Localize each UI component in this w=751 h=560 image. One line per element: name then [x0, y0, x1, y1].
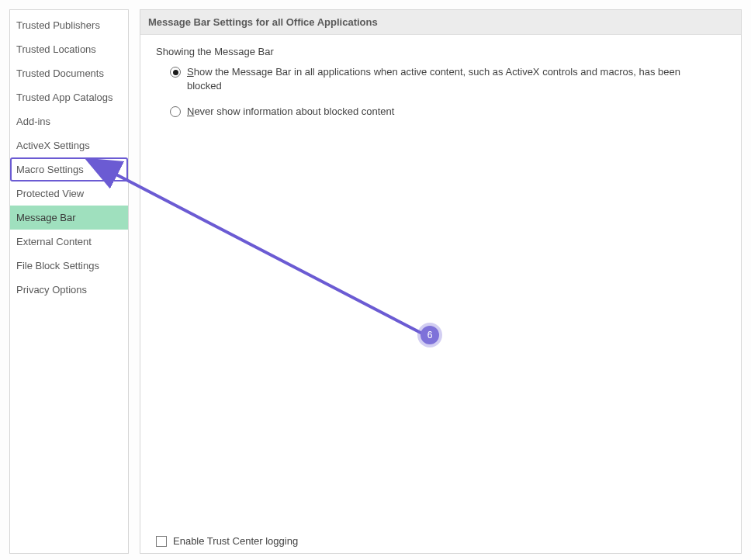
sidebar-item-add-ins[interactable]: Add-ins — [10, 109, 128, 133]
content-panel: Message Bar Settings for all Office Appl… — [140, 9, 742, 554]
radio-group-showing-message-bar: Show the Message Bar in all applications… — [170, 65, 729, 119]
radio-icon — [170, 67, 181, 78]
radio-never-show-info[interactable]: Never show information about blocked con… — [170, 105, 713, 119]
sidebar-item-macro-settings[interactable]: Macro Settings — [10, 157, 128, 181]
sidebar-item-file-block-settings[interactable]: File Block Settings — [10, 254, 128, 278]
enable-logging-row[interactable]: Enable Trust Center logging — [156, 535, 298, 547]
sidebar-item-activex-settings[interactable]: ActiveX Settings — [10, 133, 128, 157]
checkbox-icon — [156, 536, 167, 547]
sidebar-list: Trusted Publishers Trusted Locations Tru… — [10, 13, 128, 302]
radio-label: Never show information about blocked con… — [187, 105, 394, 119]
content-body: Showing the Message Bar Show the Message… — [140, 35, 741, 553]
sidebar-item-protected-view[interactable]: Protected View — [10, 181, 128, 206]
sidebar-item-message-bar[interactable]: Message Bar — [10, 206, 128, 230]
radio-label: Show the Message Bar in all applications… — [187, 65, 713, 92]
radio-icon — [170, 106, 181, 117]
sidebar: Trusted Publishers Trusted Locations Tru… — [9, 9, 129, 554]
content-header: Message Bar Settings for all Office Appl… — [140, 10, 741, 35]
sidebar-item-external-content[interactable]: External Content — [10, 230, 128, 254]
sidebar-item-trusted-publishers[interactable]: Trusted Publishers — [10, 13, 128, 37]
sidebar-item-trusted-documents[interactable]: Trusted Documents — [10, 61, 128, 85]
sidebar-item-trusted-app-catalogs[interactable]: Trusted App Catalogs — [10, 85, 128, 109]
sidebar-item-privacy-options[interactable]: Privacy Options — [10, 278, 128, 302]
group-title: Showing the Message Bar — [156, 46, 729, 57]
sidebar-item-trusted-locations[interactable]: Trusted Locations — [10, 37, 128, 61]
checkbox-label: Enable Trust Center logging — [173, 535, 298, 547]
radio-show-message-bar[interactable]: Show the Message Bar in all applications… — [170, 65, 713, 92]
